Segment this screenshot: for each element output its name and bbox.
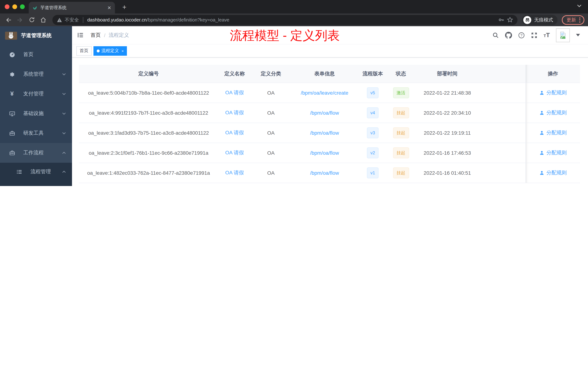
sidebar-item-devtools[interactable]: 研发工具 xyxy=(0,123,72,143)
user-icon xyxy=(539,130,544,135)
avatar[interactable] xyxy=(556,28,570,42)
cell-category: OA xyxy=(251,110,291,116)
cell-category: OA xyxy=(251,130,291,136)
table-row: oa_leave:5:004b710b-7b8a-11ec-8ef0-acde4… xyxy=(79,83,580,103)
sidebar-item-system[interactable]: 系统管理 xyxy=(0,65,72,84)
tag-close-icon[interactable]: × xyxy=(121,49,124,53)
chevron-down-icon xyxy=(62,92,66,96)
fullscreen-icon[interactable] xyxy=(531,32,537,38)
window-minimize-button[interactable] xyxy=(12,4,17,9)
status-badge: 挂起 xyxy=(393,167,409,178)
assign-rule-button[interactable]: 分配规则 xyxy=(525,163,580,183)
definition-name-link[interactable]: OA 请假 xyxy=(225,130,244,135)
assign-rule-button[interactable]: 分配规则 xyxy=(525,83,580,103)
font-size-icon[interactable]: TT xyxy=(544,32,550,39)
col-header-action: 操作 xyxy=(525,65,580,83)
window-zoom-button[interactable] xyxy=(20,4,25,9)
cell-definition-id: oa_leave:4:991f2193-7b7f-11ec-a3c8-acde4… xyxy=(79,110,218,116)
tag-home[interactable]: 首页 xyxy=(76,46,92,55)
search-icon[interactable] xyxy=(492,32,499,38)
sidebar-item-home[interactable]: 首页 xyxy=(0,45,72,65)
logo-rabbit-image xyxy=(5,32,17,40)
chevron-down-icon xyxy=(62,111,66,116)
url-path: /bpm/manager/definition?key=oa_leave xyxy=(147,17,230,22)
forward-icon[interactable] xyxy=(15,15,25,25)
chevron-down-icon xyxy=(62,72,66,77)
chevron-down-icon xyxy=(62,131,66,135)
cell-deploy-time: 2022-01-22 20:34:10 xyxy=(415,110,480,116)
help-icon[interactable]: ? xyxy=(518,32,525,38)
col-header-name: 定义名称 xyxy=(218,70,251,77)
toolbox-icon xyxy=(9,150,15,156)
back-icon[interactable] xyxy=(4,15,13,25)
tag-process-definition[interactable]: 流程定义 × xyxy=(94,46,127,55)
incognito-badge: 无痕模式 xyxy=(522,15,557,25)
col-header-status: 状态 xyxy=(387,70,415,77)
col-header-id: 定义编号 xyxy=(79,70,218,77)
reload-icon[interactable] xyxy=(27,15,36,25)
update-button[interactable]: 更新 xyxy=(562,15,584,25)
password-key-icon[interactable] xyxy=(498,17,504,23)
assign-rule-button[interactable]: 分配规则 xyxy=(525,143,580,163)
form-link[interactable]: /bpm/oa/flow xyxy=(310,150,339,156)
sidebar-collapse-icon[interactable] xyxy=(77,32,84,39)
form-link[interactable]: /bpm/oa/leave/create xyxy=(301,90,348,96)
navbar-actions: ? TT xyxy=(492,28,580,42)
definition-name-link[interactable]: OA 请假 xyxy=(225,89,244,95)
assign-rule-button[interactable]: 分配规则 xyxy=(525,103,580,123)
cell-definition-id: oa_leave:1:482ec033-762a-11ec-8477-a2380… xyxy=(79,170,218,176)
cell-deploy-time: 2022-01-16 01:40:51 xyxy=(415,170,480,176)
tab-title: 芋道管理系统 xyxy=(40,5,104,11)
sidebar-item-workflow[interactable]: 工作流程 xyxy=(0,143,72,163)
breadcrumb-home[interactable]: 首页 xyxy=(91,32,101,38)
sidebar-item-process-form[interactable]: 流程表单 xyxy=(0,181,72,186)
definition-name-link[interactable]: OA 请假 xyxy=(225,109,244,115)
omnibox-divider xyxy=(83,17,83,23)
bookmark-star-icon[interactable] xyxy=(507,17,513,23)
form-link[interactable]: /bpm/oa/flow xyxy=(310,170,339,176)
definition-name-link[interactable]: OA 请假 xyxy=(225,150,244,155)
form-link[interactable]: /bpm/oa/flow xyxy=(310,130,339,136)
cell-definition-id: oa_leave:3:1fad3d93-7b75-11ec-a3c8-acde4… xyxy=(79,130,218,136)
version-badge: v2 xyxy=(367,147,378,158)
cell-category: OA xyxy=(251,170,291,176)
status-badge: 挂起 xyxy=(393,147,409,158)
toolbox-icon xyxy=(9,130,15,136)
monitor-icon xyxy=(9,110,15,117)
page-annotation: 流程模型 - 定义列表 xyxy=(230,29,340,42)
gear-icon xyxy=(9,71,15,77)
sidebar-item-payment[interactable]: ¥ 支付管理 xyxy=(0,84,72,104)
browser-toolbar: 不安全 dashboard.yudao.iocoder.cn/bpm/manag… xyxy=(0,13,588,26)
browser-window: 芋道管理系统 ✕ + 不安全 dashboard.yudao.iocoder.c… xyxy=(0,0,588,186)
assign-rule-button[interactable]: 分配规则 xyxy=(525,123,580,143)
table-row: oa_leave:4:991f2193-7b7f-11ec-a3c8-acde4… xyxy=(79,103,580,123)
tab-search-caret-icon[interactable] xyxy=(577,4,581,7)
dashboard-icon xyxy=(9,52,15,58)
home-icon[interactable] xyxy=(39,15,48,25)
form-link[interactable]: /bpm/oa/flow xyxy=(310,110,339,116)
workflow-submenu: 流程管理 流程表单 用户分组 流程模型 xyxy=(0,163,72,186)
address-bar[interactable]: 不安全 dashboard.yudao.iocoder.cn/bpm/manag… xyxy=(52,15,517,25)
sidebar-item-process-management[interactable]: 流程管理 xyxy=(0,163,72,181)
browser-tab[interactable]: 芋道管理系统 ✕ xyxy=(29,2,115,13)
user-icon xyxy=(539,170,544,175)
new-tab-button[interactable]: + xyxy=(120,3,129,12)
chevron-up-icon xyxy=(62,151,66,155)
url-host: dashboard.yudao.iocoder.cn xyxy=(87,17,147,22)
status-badge: 挂起 xyxy=(393,127,409,138)
sidebar-item-infrastructure[interactable]: 基础设施 xyxy=(0,104,72,123)
browser-menu-kebab-icon[interactable] xyxy=(579,17,580,22)
col-header-category: 定义分类 xyxy=(251,70,291,77)
cell-deploy-time: 2022-01-22 21:48:38 xyxy=(415,90,480,96)
window-close-button[interactable] xyxy=(5,4,10,9)
app-logo: 芋道管理系统 xyxy=(0,26,72,45)
breadcrumb: 首页 / 流程定义 xyxy=(91,32,129,38)
definition-name-link[interactable]: OA 请假 xyxy=(225,170,244,175)
github-icon[interactable] xyxy=(505,32,512,39)
tab-close-icon[interactable]: ✕ xyxy=(107,5,111,10)
active-tag-dot xyxy=(97,49,100,52)
user-icon xyxy=(539,150,544,155)
chevron-up-icon xyxy=(62,170,66,174)
security-warning-icon[interactable] xyxy=(57,17,62,22)
avatar-caret-icon[interactable] xyxy=(576,34,580,36)
